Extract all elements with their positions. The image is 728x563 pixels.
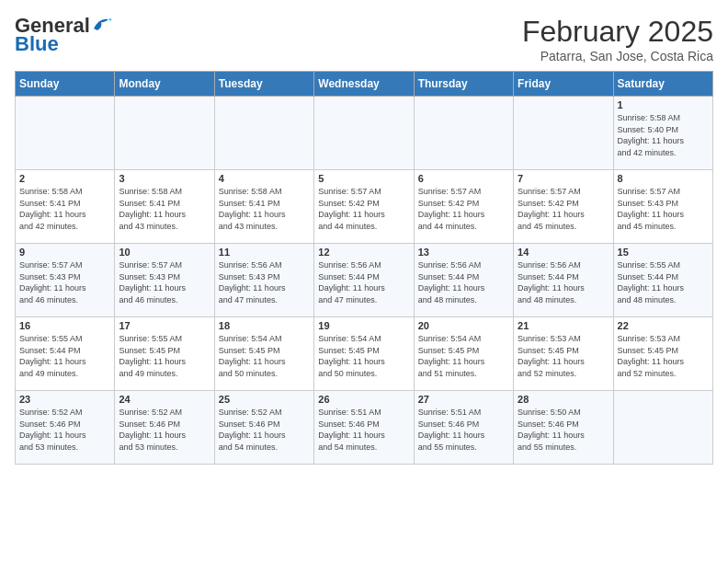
calendar-day-16: 16Sunrise: 5:55 AM Sunset: 5:44 PM Dayli… (16, 317, 115, 391)
day-header-saturday: Saturday (613, 72, 712, 97)
day-sun-info: Sunrise: 5:56 AM Sunset: 5:43 PM Dayligh… (219, 259, 310, 305)
day-number: 8 (618, 173, 709, 184)
day-sun-info: Sunrise: 5:52 AM Sunset: 5:46 PM Dayligh… (119, 407, 210, 453)
day-sun-info: Sunrise: 5:55 AM Sunset: 5:45 PM Dayligh… (119, 333, 210, 379)
day-number: 17 (119, 320, 210, 331)
calendar-day-24: 24Sunrise: 5:52 AM Sunset: 5:46 PM Dayli… (115, 391, 214, 465)
calendar-day-6: 6Sunrise: 5:57 AM Sunset: 5:42 PM Daylig… (414, 170, 513, 244)
day-sun-info: Sunrise: 5:57 AM Sunset: 5:42 PM Dayligh… (418, 186, 509, 232)
calendar-empty-cell (214, 97, 313, 170)
calendar-day-4: 4Sunrise: 5:58 AM Sunset: 5:41 PM Daylig… (214, 170, 313, 244)
calendar-empty-cell (613, 391, 712, 465)
day-sun-info: Sunrise: 5:56 AM Sunset: 5:44 PM Dayligh… (318, 259, 409, 305)
calendar-week-row: 16Sunrise: 5:55 AM Sunset: 5:44 PM Dayli… (16, 317, 713, 391)
calendar-day-1: 1Sunrise: 5:58 AM Sunset: 5:40 PM Daylig… (613, 97, 712, 170)
page-header: General Blue February 2025 Patarra, San … (15, 15, 713, 63)
day-header-thursday: Thursday (414, 72, 513, 97)
day-sun-info: Sunrise: 5:58 AM Sunset: 5:41 PM Dayligh… (119, 186, 210, 232)
day-number: 25 (219, 394, 310, 405)
calendar-day-18: 18Sunrise: 5:54 AM Sunset: 5:45 PM Dayli… (214, 317, 313, 391)
day-number: 26 (318, 394, 409, 405)
day-sun-info: Sunrise: 5:55 AM Sunset: 5:44 PM Dayligh… (618, 259, 709, 305)
day-sun-info: Sunrise: 5:57 AM Sunset: 5:42 PM Dayligh… (318, 186, 409, 232)
day-sun-info: Sunrise: 5:51 AM Sunset: 5:46 PM Dayligh… (418, 407, 509, 453)
day-sun-info: Sunrise: 5:54 AM Sunset: 5:45 PM Dayligh… (219, 333, 310, 379)
logo-bird-icon (92, 16, 112, 32)
calendar-day-10: 10Sunrise: 5:57 AM Sunset: 5:43 PM Dayli… (115, 244, 214, 317)
calendar-week-row: 1Sunrise: 5:58 AM Sunset: 5:40 PM Daylig… (16, 97, 713, 170)
calendar-empty-cell (16, 97, 115, 170)
day-header-friday: Friday (514, 72, 613, 97)
day-sun-info: Sunrise: 5:54 AM Sunset: 5:45 PM Dayligh… (318, 333, 409, 379)
day-number: 4 (219, 173, 310, 184)
calendar-header-row: SundayMondayTuesdayWednesdayThursdayFrid… (16, 72, 713, 97)
calendar-day-15: 15Sunrise: 5:55 AM Sunset: 5:44 PM Dayli… (613, 244, 712, 317)
day-header-sunday: Sunday (16, 72, 115, 97)
calendar-day-14: 14Sunrise: 5:56 AM Sunset: 5:44 PM Dayli… (514, 244, 613, 317)
calendar-empty-cell (414, 97, 513, 170)
month-title: February 2025 (522, 15, 713, 49)
calendar-day-20: 20Sunrise: 5:54 AM Sunset: 5:45 PM Dayli… (414, 317, 513, 391)
day-number: 6 (418, 173, 509, 184)
day-sun-info: Sunrise: 5:57 AM Sunset: 5:43 PM Dayligh… (618, 186, 709, 232)
location-subtitle: Patarra, San Jose, Costa Rica (522, 49, 713, 63)
day-sun-info: Sunrise: 5:57 AM Sunset: 5:43 PM Dayligh… (119, 259, 210, 305)
calendar-week-row: 23Sunrise: 5:52 AM Sunset: 5:46 PM Dayli… (16, 391, 713, 465)
day-number: 24 (119, 394, 210, 405)
day-sun-info: Sunrise: 5:52 AM Sunset: 5:46 PM Dayligh… (19, 407, 110, 453)
calendar-week-row: 2Sunrise: 5:58 AM Sunset: 5:41 PM Daylig… (16, 170, 713, 244)
day-number: 23 (19, 394, 110, 405)
calendar-day-13: 13Sunrise: 5:56 AM Sunset: 5:44 PM Dayli… (414, 244, 513, 317)
calendar-day-12: 12Sunrise: 5:56 AM Sunset: 5:44 PM Dayli… (314, 244, 414, 317)
day-sun-info: Sunrise: 5:55 AM Sunset: 5:44 PM Dayligh… (19, 333, 110, 379)
calendar-day-28: 28Sunrise: 5:50 AM Sunset: 5:46 PM Dayli… (514, 391, 613, 465)
day-number: 12 (318, 247, 409, 258)
day-sun-info: Sunrise: 5:53 AM Sunset: 5:45 PM Dayligh… (518, 333, 609, 379)
logo-blue-text: Blue (15, 33, 59, 55)
day-header-wednesday: Wednesday (314, 72, 414, 97)
day-sun-info: Sunrise: 5:51 AM Sunset: 5:46 PM Dayligh… (318, 407, 409, 453)
day-number: 28 (518, 394, 609, 405)
calendar-empty-cell (115, 97, 214, 170)
calendar-day-11: 11Sunrise: 5:56 AM Sunset: 5:43 PM Dayli… (214, 244, 313, 317)
day-number: 11 (219, 247, 310, 258)
day-sun-info: Sunrise: 5:50 AM Sunset: 5:46 PM Dayligh… (518, 407, 609, 453)
day-sun-info: Sunrise: 5:54 AM Sunset: 5:45 PM Dayligh… (418, 333, 509, 379)
calendar-day-19: 19Sunrise: 5:54 AM Sunset: 5:45 PM Dayli… (314, 317, 414, 391)
calendar-empty-cell (314, 97, 414, 170)
day-sun-info: Sunrise: 5:53 AM Sunset: 5:45 PM Dayligh… (618, 333, 709, 379)
calendar-day-21: 21Sunrise: 5:53 AM Sunset: 5:45 PM Dayli… (514, 317, 613, 391)
calendar-day-17: 17Sunrise: 5:55 AM Sunset: 5:45 PM Dayli… (115, 317, 214, 391)
day-header-monday: Monday (115, 72, 214, 97)
day-number: 19 (318, 320, 409, 331)
day-sun-info: Sunrise: 5:58 AM Sunset: 5:40 PM Dayligh… (618, 112, 709, 158)
day-sun-info: Sunrise: 5:56 AM Sunset: 5:44 PM Dayligh… (418, 259, 509, 305)
day-sun-info: Sunrise: 5:58 AM Sunset: 5:41 PM Dayligh… (219, 186, 310, 232)
calendar-day-5: 5Sunrise: 5:57 AM Sunset: 5:42 PM Daylig… (314, 170, 414, 244)
day-number: 10 (119, 247, 210, 258)
calendar-week-row: 9Sunrise: 5:57 AM Sunset: 5:43 PM Daylig… (16, 244, 713, 317)
calendar-day-3: 3Sunrise: 5:58 AM Sunset: 5:41 PM Daylig… (115, 170, 214, 244)
day-number: 16 (19, 320, 110, 331)
day-sun-info: Sunrise: 5:57 AM Sunset: 5:43 PM Dayligh… (19, 259, 110, 305)
calendar-day-7: 7Sunrise: 5:57 AM Sunset: 5:42 PM Daylig… (514, 170, 613, 244)
day-sun-info: Sunrise: 5:58 AM Sunset: 5:41 PM Dayligh… (19, 186, 110, 232)
day-number: 2 (19, 173, 110, 184)
day-sun-info: Sunrise: 5:56 AM Sunset: 5:44 PM Dayligh… (518, 259, 609, 305)
day-sun-info: Sunrise: 5:57 AM Sunset: 5:42 PM Dayligh… (518, 186, 609, 232)
day-number: 18 (219, 320, 310, 331)
logo: General Blue (15, 15, 112, 55)
calendar-day-22: 22Sunrise: 5:53 AM Sunset: 5:45 PM Dayli… (613, 317, 712, 391)
day-header-tuesday: Tuesday (214, 72, 313, 97)
calendar-day-23: 23Sunrise: 5:52 AM Sunset: 5:46 PM Dayli… (16, 391, 115, 465)
day-number: 22 (618, 320, 709, 331)
day-number: 5 (318, 173, 409, 184)
day-number: 14 (518, 247, 609, 258)
day-number: 1 (618, 99, 709, 110)
calendar-day-9: 9Sunrise: 5:57 AM Sunset: 5:43 PM Daylig… (16, 244, 115, 317)
calendar-table: SundayMondayTuesdayWednesdayThursdayFrid… (15, 71, 713, 465)
day-number: 7 (518, 173, 609, 184)
day-sun-info: Sunrise: 5:52 AM Sunset: 5:46 PM Dayligh… (219, 407, 310, 453)
title-section: February 2025 Patarra, San Jose, Costa R… (522, 15, 713, 63)
calendar-day-2: 2Sunrise: 5:58 AM Sunset: 5:41 PM Daylig… (16, 170, 115, 244)
